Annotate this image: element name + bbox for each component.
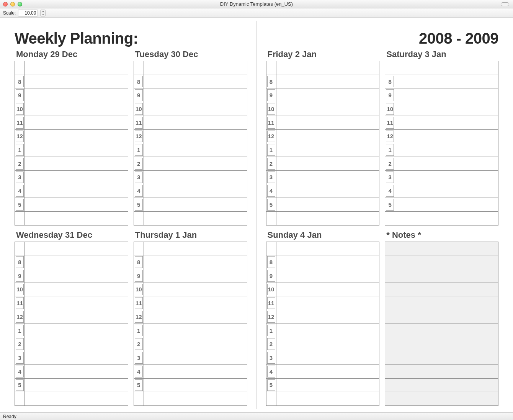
notes-row[interactable] [385,351,498,365]
notes-row[interactable] [385,296,498,310]
notes-row[interactable] [385,365,498,379]
entry-cell[interactable] [25,365,128,378]
entry-cell[interactable] [395,171,498,184]
entry-cell[interactable] [144,365,247,378]
entry-cell[interactable] [25,88,128,102]
entry-cell[interactable] [395,61,498,75]
entry-cell[interactable] [276,102,379,116]
entry-cell[interactable] [395,184,498,198]
entry-cell[interactable] [276,283,379,296]
entry-cell[interactable] [144,143,247,157]
notes-row[interactable] [385,242,498,256]
entry-cell[interactable] [276,143,379,157]
entry-cell[interactable] [144,157,247,170]
entry-cell[interactable] [144,116,247,129]
entry-cell[interactable] [276,351,379,364]
entry-cell[interactable] [276,75,379,88]
toolbar-toggle-icon[interactable] [501,2,509,6]
entry-cell[interactable] [144,269,247,283]
entry-cell[interactable] [144,130,247,143]
entry-cell[interactable] [25,116,128,129]
entry-cell[interactable] [25,130,128,143]
scale-step-up-button[interactable]: ▲ [41,10,45,13]
entry-cell[interactable] [25,324,128,337]
entry-cell[interactable] [276,310,379,324]
entry-cell[interactable] [276,116,379,129]
entry-cell[interactable] [144,296,247,310]
notes-row[interactable] [385,337,498,351]
minimize-icon[interactable] [10,2,15,7]
entry-cell[interactable] [276,337,379,351]
entry-cell[interactable] [25,337,128,351]
entry-cell[interactable] [276,269,379,283]
entry-cell[interactable] [395,143,498,157]
entry-cell[interactable] [276,392,379,405]
entry-cell[interactable] [25,212,128,225]
notes-row[interactable] [385,255,498,269]
notes-row[interactable] [385,310,498,324]
entry-cell[interactable] [276,255,379,269]
entry-cell[interactable] [276,157,379,170]
entry-cell[interactable] [25,351,128,364]
entry-cell[interactable] [144,255,247,269]
entry-cell[interactable] [25,184,128,198]
entry-cell[interactable] [144,212,247,225]
entry-cell[interactable] [144,75,247,88]
zoom-icon[interactable] [18,2,22,7]
entry-cell[interactable] [144,102,247,116]
entry-cell[interactable] [276,296,379,310]
entry-cell[interactable] [25,102,128,116]
entry-cell[interactable] [144,324,247,337]
notes-row[interactable] [385,392,498,405]
entry-cell[interactable] [25,171,128,184]
entry-cell[interactable] [395,102,498,116]
entry-cell[interactable] [276,324,379,337]
scale-input[interactable] [18,10,38,16]
notes-row[interactable] [385,379,498,392]
entry-cell[interactable] [276,365,379,378]
entry-cell[interactable] [25,75,128,88]
entry-cell[interactable] [276,184,379,198]
entry-cell[interactable] [25,310,128,324]
notes-row[interactable] [385,269,498,283]
entry-cell[interactable] [25,392,128,405]
entry-cell[interactable] [144,88,247,102]
entry-cell[interactable] [144,379,247,392]
entry-cell[interactable] [144,351,247,364]
entry-cell[interactable] [276,171,379,184]
entry-cell[interactable] [276,379,379,392]
entry-cell[interactable] [276,61,379,75]
entry-cell[interactable] [25,269,128,283]
entry-cell[interactable] [395,75,498,88]
entry-cell[interactable] [144,61,247,75]
entry-cell[interactable] [276,88,379,102]
scale-step-down-button[interactable]: ▼ [41,13,45,16]
entry-cell[interactable] [144,242,247,255]
entry-cell[interactable] [395,88,498,102]
entry-cell[interactable] [395,212,498,225]
entry-cell[interactable] [25,157,128,170]
entry-cell[interactable] [25,198,128,211]
entry-cell[interactable] [395,130,498,143]
entry-cell[interactable] [276,130,379,143]
entry-cell[interactable] [25,283,128,296]
entry-cell[interactable] [276,242,379,255]
entry-cell[interactable] [25,242,128,255]
entry-cell[interactable] [25,255,128,269]
entry-cell[interactable] [144,337,247,351]
entry-cell[interactable] [25,143,128,157]
notes-row[interactable] [385,283,498,297]
entry-cell[interactable] [144,392,247,405]
close-icon[interactable] [3,2,8,7]
entry-cell[interactable] [276,198,379,211]
entry-cell[interactable] [144,184,247,198]
entry-cell[interactable] [25,296,128,310]
entry-cell[interactable] [395,116,498,129]
entry-cell[interactable] [395,157,498,170]
entry-cell[interactable] [144,283,247,296]
entry-cell[interactable] [25,379,128,392]
entry-cell[interactable] [144,310,247,324]
entry-cell[interactable] [395,198,498,211]
notes-row[interactable] [385,324,498,338]
entry-cell[interactable] [25,61,128,75]
